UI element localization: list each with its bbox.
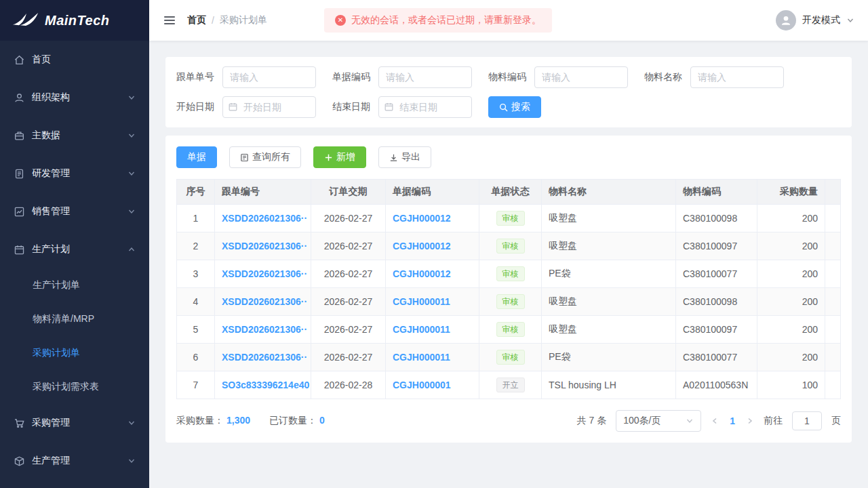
table-row[interactable]: 5 XSDD2026021306·· 2026-02-27 CGJH000011…: [177, 316, 841, 344]
doc-code-input[interactable]: [378, 66, 472, 88]
status-badge: 审核: [496, 211, 525, 226]
cell-order-no: XSDD2026021306··: [215, 344, 311, 371]
material-code-input[interactable]: [534, 66, 628, 88]
breadcrumb-separator: /: [212, 15, 214, 26]
main-content: 跟单单号 单据编码 物料编码 物料名称: [149, 41, 868, 488]
cell-qty: 200: [757, 205, 825, 232]
package-icon: [14, 455, 25, 467]
ordered-qty-stat: 已订数量：0: [269, 415, 325, 427]
cell-qty: 100: [757, 371, 825, 399]
start-date-picker: [222, 96, 316, 118]
sidebar-subitem-purchase-plan-demand[interactable]: 采购计划需求表: [0, 370, 149, 404]
sidebar-item-purchasing-management[interactable]: 采购管理: [0, 404, 149, 442]
query-all-button[interactable]: 查询所有: [229, 146, 301, 168]
sidebar-item-master-data[interactable]: 主数据: [0, 117, 149, 155]
order-no-link[interactable]: XSDD2026021306··: [222, 241, 307, 251]
topbar: 首页 / 采购计划单 ✕ 无效的会话，或者会话已过期，请重新登录。 开发模式: [149, 0, 868, 41]
doc-code-link[interactable]: CGJH000012: [393, 213, 451, 224]
material-name-input[interactable]: [690, 66, 784, 88]
current-page[interactable]: 1: [728, 415, 736, 426]
cell-order-no: XSDD2026021306··: [215, 205, 311, 232]
sidebar-item-organization[interactable]: 组织架构: [0, 79, 149, 117]
export-button[interactable]: 导出: [378, 146, 431, 168]
cell-material-code: C380100098: [676, 205, 757, 232]
cell-material-name: PE袋: [542, 344, 676, 371]
order-no-link[interactable]: XSDD2026021306··: [222, 213, 307, 224]
search-button[interactable]: 搜索: [488, 96, 541, 118]
hamburger-menu-icon[interactable]: [163, 14, 176, 27]
filter-label: 物料编码: [488, 71, 526, 83]
table-row[interactable]: 6 XSDD2026021306·· 2026-02-27 CGJH000011…: [177, 344, 841, 371]
cell-seq: 3: [177, 260, 215, 288]
filter-row-1: 跟单单号 单据编码 物料编码 物料名称: [176, 66, 841, 88]
sidebar-item-home[interactable]: 首页: [0, 41, 149, 79]
chevron-down-icon: [686, 417, 694, 425]
cell-status: 审核: [479, 205, 542, 232]
add-button[interactable]: 新增: [313, 146, 366, 168]
order-no-input[interactable]: [222, 66, 316, 88]
doc-code-link[interactable]: CGJH000011: [393, 352, 450, 363]
doc-code-link[interactable]: CGJH000011: [393, 296, 450, 307]
sidebar-subitem-bom-mrp[interactable]: 物料清单/MRP: [0, 302, 149, 336]
filter-label: 单据编码: [332, 71, 370, 83]
breadcrumb-current: 采购计划单: [220, 14, 267, 26]
sidebar-item-label: 组织架构: [32, 92, 70, 104]
cart-icon: [14, 418, 25, 429]
docs-button[interactable]: 单据: [176, 146, 217, 168]
order-no-link[interactable]: XSDD2026021306··: [222, 268, 307, 279]
production-plan-submenu: 生产计划单 物料清单/MRP 采购计划单 采购计划需求表: [0, 268, 149, 404]
order-no-link[interactable]: XSDD2026021306··: [222, 324, 307, 335]
sidebar-item-label: 首页: [32, 54, 51, 66]
logo: MainTech: [0, 0, 149, 41]
cell-material-code: C380100097: [676, 316, 757, 344]
cell-qty: 200: [757, 344, 825, 371]
sidebar-item-label: 主数据: [32, 129, 60, 142]
order-no-link[interactable]: SO3c833396214e40: [222, 380, 309, 390]
sidebar-item-production-management[interactable]: 生产管理: [0, 442, 149, 480]
page-size-select[interactable]: 100条/页: [616, 410, 701, 432]
filter-field-material-name: 物料名称: [644, 66, 784, 88]
table-row[interactable]: 3 XSDD2026021306·· 2026-02-27 CGJH000012…: [177, 260, 841, 288]
cell-doc-code: CGJH000001: [386, 371, 479, 399]
sidebar-item-rd-management[interactable]: 研发管理: [0, 155, 149, 192]
table-row[interactable]: 4 XSDD2026021306·· 2026-02-27 CGJH000011…: [177, 288, 841, 316]
table-row[interactable]: 2 XSDD2026021306·· 2026-02-27 CGJH000012…: [177, 232, 841, 260]
order-no-link[interactable]: XSDD2026021306··: [222, 352, 307, 363]
table-row[interactable]: 1 XSDD2026021306·· 2026-02-27 CGJH000012…: [177, 205, 841, 232]
filter-row-2: 开始日期 结束日期: [176, 96, 841, 118]
doc-code-link[interactable]: CGJH000001: [393, 380, 451, 390]
sidebar-item-production-plan[interactable]: 生产计划: [0, 230, 149, 268]
doc-code-link[interactable]: CGJH000011: [393, 324, 450, 335]
cell-status: 审核: [479, 344, 542, 371]
breadcrumb-home[interactable]: 首页: [187, 14, 206, 26]
user-menu[interactable]: 开发模式: [776, 10, 854, 30]
sidebar-item-sales-management[interactable]: 销售管理: [0, 192, 149, 230]
chevron-down-icon: [127, 419, 136, 427]
table-row[interactable]: 7 SO3c833396214e40 2026-02-28 CGJH000001…: [177, 371, 841, 399]
sidebar-subitem-production-plan-doc[interactable]: 生产计划单: [0, 268, 149, 302]
briefcase-icon: [14, 130, 25, 142]
cell-doc-code: CGJH000012: [386, 260, 479, 288]
sidebar-subitem-purchase-plan[interactable]: 采购计划单: [0, 336, 149, 370]
cell-doc-code: CGJH000011: [386, 344, 479, 371]
prev-page-button[interactable]: [711, 417, 719, 425]
status-badge: 审核: [496, 294, 525, 309]
chevron-down-icon: [127, 131, 136, 140]
filter-field-doc-code: 单据编码: [332, 66, 472, 88]
col-header-doc-code: 单据编码: [386, 180, 479, 205]
next-page-button[interactable]: [746, 417, 754, 425]
cell-extra: [825, 344, 841, 371]
order-no-link[interactable]: XSDD2026021306··: [222, 296, 307, 307]
status-badge: 开立: [496, 378, 525, 392]
doc-code-link[interactable]: CGJH000012: [393, 268, 451, 279]
col-header-extra: [825, 180, 841, 205]
doc-code-link[interactable]: CGJH000012: [393, 241, 451, 251]
cell-extra: [825, 205, 841, 232]
cell-due-date: 2026-02-27: [311, 260, 386, 288]
cell-order-no: XSDD2026021306··: [215, 288, 311, 316]
cell-order-no: SO3c833396214e40: [215, 371, 311, 399]
document-icon: [14, 168, 25, 180]
goto-page-input[interactable]: [792, 411, 822, 430]
cell-status: 审核: [479, 288, 542, 316]
purchase-plan-table: 序号 跟单编号 订单交期 单据编码 单据状态 物料名称 物料编码 采购数量 1 …: [176, 179, 841, 399]
